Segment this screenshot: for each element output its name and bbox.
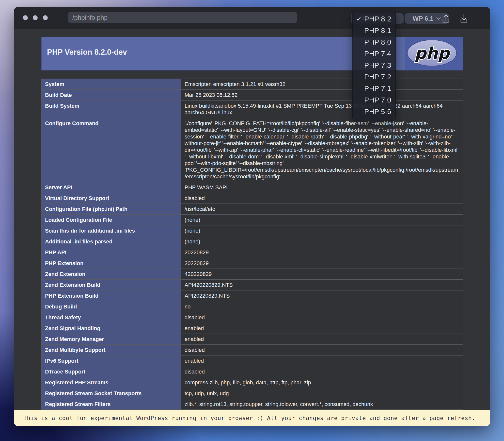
row-value: PHP WASM SAPI (181, 182, 463, 193)
table-row: System Emscripten emscripten 3.1.21 #1 w… (42, 79, 463, 89)
row-label: PHP Extension (42, 258, 181, 269)
checkmark-icon: ✓ (356, 15, 362, 23)
table-row: Thread Safety disabled (42, 312, 463, 323)
row-value: (none) (181, 236, 463, 247)
table-row: PHP Extension Build API20220829,NTS (42, 290, 463, 301)
row-label: Registered Stream Socket Transports (42, 388, 181, 399)
page-title: PHP Version 8.2.0-dev (47, 48, 127, 57)
row-value: disabled (181, 345, 463, 355)
table-row: IPv6 Support enabled (42, 355, 463, 366)
row-label: Configuration File (php.ini) Path (42, 204, 181, 214)
row-label: Scan this dir for additional .ini files (42, 225, 181, 236)
row-value: compress.zlib, php, file, glob, data, ht… (181, 377, 463, 388)
table-row: Registered PHP Streams compress.zlib, ph… (42, 377, 463, 388)
window-control-close-icon[interactable] (23, 15, 28, 20)
upload-button[interactable] (440, 13, 452, 25)
php-logo: php (405, 37, 463, 70)
row-label: Debug Build (42, 301, 181, 312)
row-label: PHP Extension Build (42, 290, 181, 301)
row-label: Registered PHP Streams (42, 377, 181, 388)
table-row: Build Date Mar 25 2023 08:12:52 (42, 89, 463, 100)
table-row: Zend Extension Build API420220829,NTS (42, 279, 463, 290)
php-version-menu-item[interactable]: ✓ PHP 7.1 (353, 83, 395, 94)
row-value: disabled (181, 366, 463, 377)
window-control-minimize-icon[interactable] (33, 15, 38, 20)
row-value: Mar 25 2023 08:12:52 (181, 90, 463, 100)
row-value: 20220829 (181, 247, 463, 258)
table-row: Virtual Directory Support disabled (42, 193, 463, 204)
row-label: Zend Extension Build (42, 280, 181, 290)
row-label: Build System (42, 101, 181, 118)
row-value: './configure' 'PKG_CONFIG_PATH=/root/lib… (181, 118, 463, 182)
table-row: Debug Build no (42, 301, 463, 312)
row-label: Loaded Configuration File (42, 215, 181, 225)
table-row: Zend Memory Manager enabled (42, 334, 463, 344)
wp-version-select-label: WP 6.1 (413, 15, 434, 22)
table-row: Zend Signal Handling enabled (42, 323, 463, 334)
row-value: enabled (181, 334, 463, 344)
table-row: Scan this dir for additional .ini files … (42, 225, 463, 236)
row-label: Build Date (42, 90, 181, 100)
row-value: API420220829,NTS (181, 280, 463, 290)
table-row: Registered Stream Socket Transports tcp,… (42, 388, 463, 399)
php-version-menu-item[interactable]: ✓ PHP 7.0 (353, 94, 395, 106)
php-version-menu-item[interactable]: ✓ PHP 8.0 (353, 36, 395, 48)
row-label: Thread Safety (42, 312, 181, 323)
row-value: (none) (181, 225, 463, 236)
php-version-menu-item[interactable]: ✓ PHP 5.6 (353, 106, 395, 118)
window-control-maximize-icon[interactable] (43, 15, 48, 20)
table-row: Configuration File (php.ini) Path /usr/l… (42, 204, 463, 214)
row-value: 20220829 (181, 258, 463, 269)
experimental-notice-banner: This is a cool fun experimental WordPres… (14, 410, 490, 426)
row-label: Zend Extension (42, 269, 181, 279)
phpinfo-page: PHP Version 8.2.0-dev php System Emscrip… (14, 29, 490, 426)
row-value: no (181, 301, 463, 312)
svg-text:php: php (414, 44, 450, 63)
row-value: enabled (181, 356, 463, 366)
row-value: (none) (181, 215, 463, 225)
download-icon (458, 13, 470, 25)
php-version-menu-item[interactable]: ✓ PHP 7.3 (353, 60, 395, 71)
row-value: disabled (181, 193, 463, 204)
row-label: Additional .ini files parsed (42, 236, 181, 247)
row-label: Virtual Directory Support (42, 193, 181, 204)
row-value: 420220829 (181, 269, 463, 279)
row-value: API20220829,NTS (181, 290, 463, 301)
table-row: Configure Command './configure' 'PKG_CON… (42, 118, 463, 182)
row-label: Server API (42, 182, 181, 193)
row-label: Registered Stream Filters (42, 399, 181, 409)
php-version-menu-item[interactable]: ✓ PHP 8.2 (353, 13, 395, 25)
table-row: Loaded Configuration File (none) (42, 214, 463, 225)
php-version-menu-item[interactable]: ✓ PHP 7.2 (353, 71, 395, 83)
php-version-menu-item[interactable]: ✓ PHP 7.4 (353, 48, 395, 60)
phpinfo-table: System Emscripten emscripten 3.1.21 #1 w… (41, 79, 463, 410)
php-version-dropdown-menu: ✓ PHP 8.2 ✓ PHP 8.1 ✓ PHP 8.0 ✓ PHP 7.4 … (352, 11, 396, 121)
table-row: Build System Linux buildkitsandbox 5.15.… (42, 100, 463, 118)
row-value: /usr/local/etc (181, 204, 463, 214)
row-label: System (42, 79, 181, 89)
url-input[interactable]: /phpinfo.php (68, 12, 297, 23)
phpinfo-header: PHP Version 8.2.0-dev php (41, 37, 463, 70)
row-label: Zend Multibyte Support (42, 345, 181, 355)
row-label: Configure Command (42, 118, 181, 182)
upload-icon (440, 13, 452, 25)
table-row: Zend Multibyte Support disabled (42, 344, 463, 355)
table-row: PHP API 20220829 (42, 247, 463, 258)
table-row: Additional .ini files parsed (none) (42, 236, 463, 247)
row-value: tcp, udp, unix, udg (181, 388, 463, 399)
php-version-menu-item[interactable]: ✓ PHP 8.1 (353, 25, 395, 36)
row-value: enabled (181, 323, 463, 334)
banner-text: This is a cool fun experimental WordPres… (23, 415, 475, 421)
row-value: zlib.*, string.rot13, string.toupper, st… (181, 399, 463, 409)
browser-window: /phpinfo.php PHP 8.2 WP 6.1 (14, 7, 490, 426)
row-label: Zend Memory Manager (42, 334, 181, 344)
table-row: Zend Extension 420220829 (42, 269, 463, 279)
row-label: DTrace Support (42, 366, 181, 377)
row-value: Emscripten emscripten 3.1.21 #1 wasm32 (181, 79, 463, 89)
title-bar: /phpinfo.php PHP 8.2 WP 6.1 (14, 7, 490, 29)
table-row: Registered Stream Filters zlib.*, string… (42, 399, 463, 409)
download-button[interactable] (458, 13, 470, 25)
table-row: PHP Extension 20220829 (42, 258, 463, 269)
row-label: IPv6 Support (42, 356, 181, 366)
row-label: Zend Signal Handling (42, 323, 181, 334)
